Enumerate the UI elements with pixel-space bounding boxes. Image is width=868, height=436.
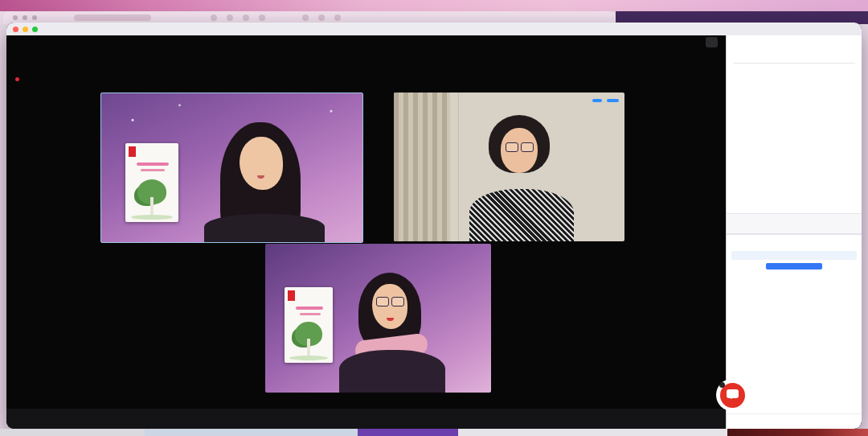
ghost-minimize-icon: [23, 15, 27, 20]
glasses: [376, 297, 404, 306]
view-button[interactable]: [706, 37, 718, 47]
desktop-video-thumbnail: [727, 429, 868, 436]
participants-footer: [727, 213, 862, 233]
desktop-window-edge: [0, 429, 145, 436]
desktop-window-edge: [145, 429, 358, 436]
recording-dot: [15, 77, 19, 81]
fullscreen-window-button[interactable]: [32, 27, 38, 32]
window-titlebar: [6, 23, 862, 35]
person-face: [372, 284, 407, 329]
minimize-window-button[interactable]: [23, 27, 28, 32]
meeting-toolbar: [6, 409, 726, 429]
ghost-button: [302, 14, 309, 21]
meeting-canvas: [6, 35, 726, 409]
video-tile-speaker-right[interactable]: [394, 93, 624, 241]
close-window-button[interactable]: [13, 27, 18, 32]
ghost-button: [243, 14, 249, 21]
mute-participant-button[interactable]: [592, 99, 602, 102]
person-body: [204, 214, 325, 243]
book-cover: [285, 287, 333, 363]
desktop-window-edge-purple: [358, 429, 458, 436]
ghost-button: [259, 14, 265, 21]
chat-panel: [727, 235, 862, 429]
chat-input-bar[interactable]: [727, 413, 862, 427]
book-cover: [125, 143, 178, 222]
ghost-button: [318, 14, 325, 21]
selected-text-highlight: [766, 263, 822, 269]
video-tile-speaker-left[interactable]: [100, 93, 363, 243]
person-face: [240, 137, 283, 190]
macos-menu-bar: [0, 0, 868, 11]
background-tab-ghost: [74, 14, 151, 21]
glasses: [506, 142, 534, 152]
ghost-zoom-icon: [32, 15, 37, 20]
chat-privacy-notice[interactable]: [731, 251, 857, 260]
zoom-meeting-window: [6, 23, 862, 429]
desktop-window-edge: [458, 429, 727, 436]
recording-bar: [10, 77, 48, 81]
video-tile-speaker-bottom[interactable]: [265, 244, 491, 393]
person-body: [339, 350, 445, 393]
right-sidebar: [726, 35, 862, 429]
participants-search-input[interactable]: [733, 51, 855, 64]
person-body: [469, 189, 574, 241]
ghost-button: [211, 14, 217, 21]
ghost-close-icon: [13, 15, 18, 20]
participants-panel: [727, 35, 862, 235]
ghost-button: [227, 14, 233, 21]
ghost-button: [334, 14, 341, 21]
curtain: [394, 93, 450, 241]
tile-more-button[interactable]: [607, 99, 619, 102]
